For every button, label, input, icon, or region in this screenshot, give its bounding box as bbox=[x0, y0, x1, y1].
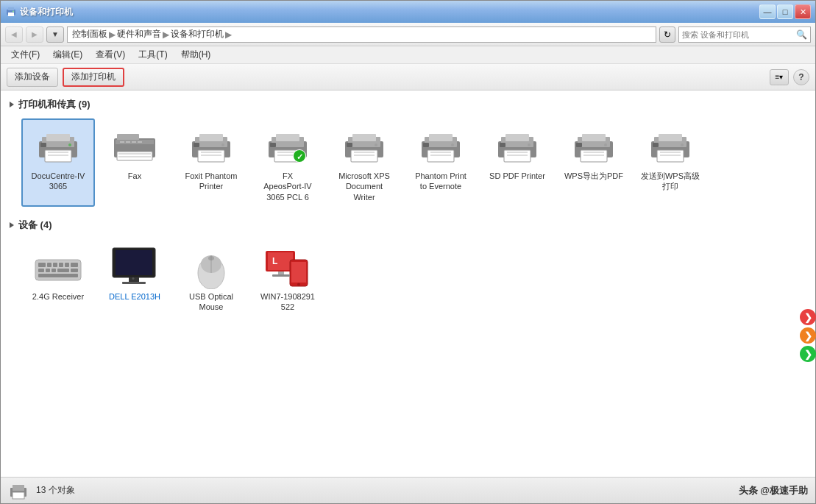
printer-fax[interactable]: Fax bbox=[98, 118, 171, 207]
svg-rect-16 bbox=[120, 141, 124, 143]
svg-text:✓: ✓ bbox=[297, 152, 303, 161]
svg-rect-27 bbox=[199, 134, 223, 141]
search-icon[interactable]: 🔍 bbox=[796, 29, 807, 40]
device-mouse-icon bbox=[185, 245, 237, 289]
printer-sdpdf-label: SD PDF Printer bbox=[489, 171, 545, 181]
printer-foxit-icon bbox=[185, 124, 237, 168]
svg-point-3 bbox=[13, 11, 14, 13]
printer-fx[interactable]: ✓ FXApeosPort-IV3065 PCL 6 bbox=[251, 118, 324, 207]
watermark: 头条 @极速手助 bbox=[739, 484, 808, 497]
svg-rect-29 bbox=[201, 155, 221, 156]
printers-section-header: 打印机和传真 (9) bbox=[10, 98, 806, 111]
side-button-orange[interactable]: ❯ bbox=[800, 327, 816, 344]
printer-docucentre-label: DocuCentre-IV3065 bbox=[32, 171, 85, 192]
svg-rect-106 bbox=[291, 262, 306, 283]
svg-rect-79 bbox=[660, 155, 681, 156]
svg-rect-1 bbox=[8, 7, 14, 10]
svg-rect-91 bbox=[71, 269, 78, 272]
printers-collapse-icon[interactable] bbox=[10, 102, 14, 107]
window-title: 设备和打印机 bbox=[20, 6, 73, 18]
help-button[interactable]: ? bbox=[793, 69, 809, 85]
add-printer-button[interactable]: 添加打印机 bbox=[63, 68, 124, 87]
svg-rect-85 bbox=[65, 263, 69, 267]
svg-point-101 bbox=[208, 256, 214, 260]
side-buttons: ❯ ❯ ❯ bbox=[800, 309, 816, 362]
svg-rect-67 bbox=[576, 143, 582, 147]
svg-rect-9 bbox=[46, 134, 70, 141]
window-controls: — □ ✕ bbox=[759, 4, 811, 19]
svg-rect-70 bbox=[583, 152, 604, 153]
printer-sdpdf[interactable]: SD PDF Printer bbox=[480, 118, 554, 207]
device-win7[interactable]: L WIN7-1908291522 bbox=[251, 239, 324, 317]
minimize-button[interactable]: — bbox=[759, 4, 776, 19]
svg-point-60 bbox=[528, 143, 531, 146]
menu-view[interactable]: 查看(V) bbox=[90, 47, 131, 63]
printer-wpsadvanced[interactable]: 发送到WPS高级打印 bbox=[634, 118, 707, 207]
maximize-button[interactable]: □ bbox=[777, 4, 793, 19]
svg-rect-84 bbox=[59, 263, 63, 267]
svg-point-107 bbox=[297, 283, 300, 285]
svg-rect-77 bbox=[659, 134, 682, 141]
svg-rect-82 bbox=[47, 263, 52, 267]
status-count: 13 个对象 bbox=[36, 484, 75, 497]
device-mouse[interactable]: USB OpticalMouse bbox=[174, 239, 248, 317]
svg-rect-61 bbox=[505, 134, 529, 141]
svg-rect-55 bbox=[430, 155, 451, 156]
svg-rect-86 bbox=[71, 263, 78, 267]
svg-rect-96 bbox=[122, 282, 146, 284]
search-input[interactable] bbox=[682, 30, 793, 39]
status-bar: 13 个对象 头条 @极速手助 bbox=[1, 477, 815, 503]
printer-evernote-icon bbox=[415, 124, 466, 168]
svg-rect-81 bbox=[38, 263, 46, 267]
svg-rect-19 bbox=[138, 141, 142, 143]
search-box[interactable]: 🔍 bbox=[678, 26, 811, 43]
printer-docucentre-icon bbox=[32, 124, 84, 168]
menu-edit[interactable]: 编辑(E) bbox=[47, 47, 88, 63]
menu-tools[interactable]: 工具(T) bbox=[132, 47, 173, 63]
svg-point-26 bbox=[221, 143, 224, 146]
add-printer-label: 添加打印机 bbox=[71, 71, 116, 83]
svg-rect-94 bbox=[116, 250, 152, 275]
svg-rect-54 bbox=[430, 152, 451, 153]
devices-collapse-icon[interactable] bbox=[10, 222, 14, 228]
view-toggle-button[interactable]: ≡▾ bbox=[770, 69, 789, 85]
address-bar: ◀ ▶ ▼ 控制面板 ▶ 硬件和声音 ▶ 设备和打印机 ▶ ↻ 🔍 bbox=[1, 23, 815, 46]
menu-bar: 文件(F) 编辑(E) 查看(V) 工具(T) 帮助(H) bbox=[1, 46, 815, 64]
svg-rect-111 bbox=[13, 485, 24, 491]
refresh-button[interactable]: ↻ bbox=[659, 26, 675, 43]
printer-mxps-icon bbox=[338, 124, 390, 168]
svg-rect-89 bbox=[52, 269, 56, 272]
address-path[interactable]: 控制面板 ▶ 硬件和声音 ▶ 设备和打印机 ▶ bbox=[67, 26, 656, 43]
printer-wpspdf[interactable]: WPS导出为PDF bbox=[557, 118, 631, 207]
printer-docucentre[interactable]: DocuCentre-IV3065 bbox=[21, 118, 95, 207]
printer-foxit[interactable]: Foxit PhantomPrinter bbox=[174, 118, 248, 207]
printer-evernote-label: Phantom Printto Evernote bbox=[415, 171, 466, 192]
svg-rect-7 bbox=[40, 143, 46, 147]
menu-help[interactable]: 帮助(H) bbox=[175, 47, 217, 63]
printer-wpsadvanced-label: 发送到WPS高级打印 bbox=[641, 171, 700, 192]
add-device-button[interactable]: 添加设备 bbox=[7, 68, 58, 87]
svg-rect-28 bbox=[201, 152, 221, 153]
svg-rect-63 bbox=[507, 155, 528, 156]
device-receiver[interactable]: 2.4G Receiver bbox=[21, 239, 95, 317]
device-mouse-label: USB OpticalMouse bbox=[189, 291, 233, 313]
svg-rect-47 bbox=[354, 155, 375, 156]
back-button[interactable]: ◀ bbox=[5, 26, 23, 43]
menu-file[interactable]: 文件(F) bbox=[5, 47, 46, 63]
svg-rect-25 bbox=[194, 143, 199, 147]
dropdown-button[interactable]: ▼ bbox=[46, 26, 64, 43]
printer-evernote[interactable]: Phantom Printto Evernote bbox=[404, 118, 478, 207]
svg-rect-33 bbox=[270, 143, 276, 147]
side-button-green[interactable]: ❯ bbox=[800, 346, 816, 362]
forward-button[interactable]: ▶ bbox=[26, 26, 43, 43]
svg-rect-45 bbox=[352, 134, 376, 141]
svg-rect-87 bbox=[38, 269, 44, 272]
device-dell[interactable]: DELL E2013H bbox=[98, 239, 171, 317]
side-button-red[interactable]: ❯ bbox=[800, 309, 816, 325]
path-segment-3: 设备和打印机 bbox=[171, 28, 224, 40]
svg-rect-59 bbox=[500, 143, 505, 147]
device-dell-label: DELL E2013H bbox=[109, 291, 160, 302]
window-icon bbox=[5, 6, 17, 18]
close-button[interactable]: ✕ bbox=[795, 4, 811, 19]
printer-mxps[interactable]: Microsoft XPSDocumentWriter bbox=[327, 118, 401, 207]
